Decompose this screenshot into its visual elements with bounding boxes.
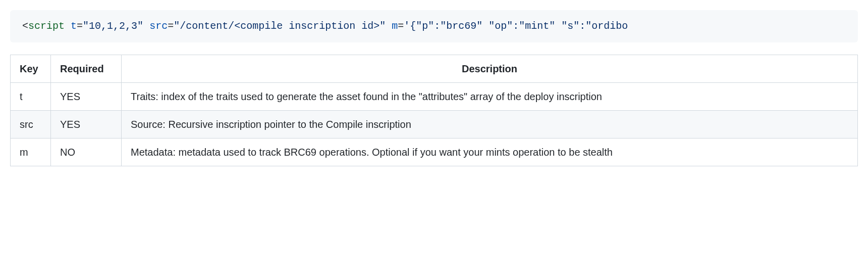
code-value-m: '{"p":"brc69" "op":"mint" "s":"ordibo [404,20,628,32]
cell-key: t [11,83,51,111]
header-key: Key [11,55,51,83]
params-table: Key Required Description t YES Traits: i… [10,55,858,166]
cell-key: m [11,138,51,166]
cell-required: NO [51,138,122,166]
cell-required: YES [51,83,122,111]
header-required: Required [51,55,122,83]
code-equals-2: = [168,20,174,32]
cell-description: Source: Recursive inscription pointer to… [122,111,858,138]
code-value-src: "/content/<compile inscription id>" [174,20,386,32]
code-tag-name: script [28,20,65,32]
table-row: m NO Metadata: metadata used to track BR… [11,138,858,166]
code-attr-src: src [149,20,168,32]
table-header-row: Key Required Description [11,55,858,83]
table-row: src YES Source: Recursive inscription po… [11,111,858,138]
code-open-bracket: < [22,20,28,32]
table-row: t YES Traits: index of the traits used t… [11,83,858,111]
code-value-t: "10,1,2,3" [83,20,143,32]
code-equals-3: = [398,20,404,32]
code-attr-m: m [392,20,398,32]
code-attr-t: t [71,20,77,32]
code-equals-1: = [77,20,83,32]
cell-key: src [11,111,51,138]
code-block: <script t="10,1,2,3" src="/content/<comp… [10,10,858,42]
cell-description: Metadata: metadata used to track BRC69 o… [122,138,858,166]
cell-required: YES [51,111,122,138]
cell-description: Traits: index of the traits used to gene… [122,83,858,111]
header-description: Description [122,55,858,83]
